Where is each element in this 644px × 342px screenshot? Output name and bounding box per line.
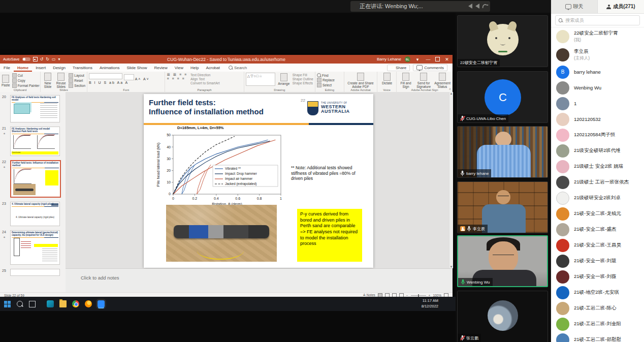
ribbon-tab-help[interactable]: Help <box>187 64 202 72</box>
video-tile[interactable]: 22硕安全二班郁宁霄 <box>457 15 548 67</box>
video-tile[interactable]: 李立辰 <box>457 181 548 233</box>
thumb-preview[interactable] <box>10 269 60 276</box>
slide-thumbnail-20[interactable]: 20FE Analyses of field tests Hardening s… <box>10 95 61 122</box>
video-tile[interactable]: Wenbing Wu <box>457 235 548 287</box>
member-row[interactable]: 21级安全硕研2班代维 <box>551 143 644 159</box>
font-grow-shrink-icons[interactable]: A˄ A˅ <box>135 77 150 81</box>
member-row[interactable]: 21级硕士 安全2班 姚瑞 <box>551 159 644 174</box>
notes-pane[interactable]: Click to add notes <box>66 268 453 293</box>
restore-button[interactable] <box>435 57 440 61</box>
account-name[interactable]: Barry Lehane <box>377 57 401 61</box>
ribbon-display-icon[interactable]: ▾ <box>414 57 421 62</box>
ribbon-tab-file[interactable]: File <box>0 64 14 72</box>
scroll-up-icon[interactable]: ▲ <box>450 92 453 95</box>
ribbon-tab-acrobat[interactable]: Acrobat <box>202 64 223 72</box>
slide-thumbnail-21[interactable]: 21✶FE Analyses: Hardening soil model She… <box>10 127 61 156</box>
minimize-button[interactable]: — <box>425 57 432 62</box>
font-name-select[interactable] <box>89 73 122 79</box>
shape-fill-button[interactable]: Shape Fill <box>293 73 313 77</box>
agreement-status-button[interactable]: Agreement Status <box>434 73 451 88</box>
account-avatar[interactable]: BL <box>405 56 410 62</box>
tab-chat[interactable]: 聊天 <box>551 0 598 13</box>
section-button[interactable]: Section <box>69 83 85 88</box>
send-signature-button[interactable]: Send for Signature <box>415 73 432 88</box>
shape-outline-button[interactable]: Shape Outline <box>293 77 313 81</box>
text-direction-button[interactable]: Text Direction <box>190 73 219 77</box>
member-row[interactable]: 1202120532 <box>551 111 644 127</box>
ribbon-tab-transitions[interactable]: Transitions <box>69 64 96 72</box>
member-row[interactable]: 22硕安全二班郁宁霄(我) <box>551 27 644 46</box>
video-tile[interactable]: 张云鹏 <box>457 291 548 342</box>
chrome-icon[interactable] <box>72 300 79 307</box>
ribbon-tab-animations[interactable]: Animations <box>96 64 123 72</box>
member-row[interactable]: 21级硕士 工岩一班张依杰 <box>551 174 644 190</box>
thumb-preview[interactable]: Further field tests: Influence of instal… <box>10 160 61 198</box>
slide-thumbnail-22[interactable]: 22✶Further field tests: Influence of ins… <box>10 160 61 198</box>
ribbon-tab-review[interactable]: Review <box>150 64 171 72</box>
member-row[interactable]: 21硕-安全二班-王昌昊 <box>551 237 644 253</box>
member-row[interactable]: 21级硕研安全2班刘卓 <box>551 190 644 206</box>
member-list[interactable]: 22硕安全二班郁宁霄(我)李立辰(主持人)Bbarry lehaneWenbin… <box>551 27 644 342</box>
member-row[interactable]: 1202120584周子恒 <box>551 127 644 143</box>
shape-gallery[interactable]: △▽○□☆ <box>246 73 275 86</box>
replace-button[interactable]: Replace <box>317 78 342 82</box>
member-row[interactable]: 21硕-安全一班-刘慧 <box>551 253 644 269</box>
shape-effects-button[interactable]: Shape Effects <box>293 81 313 85</box>
ribbon-tab-home[interactable]: Home <box>14 64 32 72</box>
member-search-box[interactable] <box>555 15 640 25</box>
member-row[interactable]: Wenbing Wu <box>551 80 644 96</box>
collapse-ribbon-icon[interactable]: ˄ <box>449 87 451 91</box>
slide-scrollbar[interactable]: ▲ ▼ <box>449 92 453 268</box>
member-row[interactable]: 21硕-工岩二班-邵慰慰 <box>551 332 644 342</box>
notes-placeholder[interactable]: Click to add notes <box>81 275 453 281</box>
share-button[interactable]: ⇧ Share <box>387 65 410 71</box>
undo-icon[interactable]: ↺ <box>40 57 44 61</box>
member-row[interactable]: 李立辰(主持人) <box>551 46 644 64</box>
member-row[interactable]: 1 <box>551 96 644 111</box>
find-button[interactable]: Find <box>317 73 342 77</box>
ribbon-tab-slide-show[interactable]: Slide Show <box>123 64 150 72</box>
qat-dropdown-icon[interactable]: ▾ <box>58 57 60 61</box>
tab-members[interactable]: 成员(271) <box>598 0 644 13</box>
slideshow-icon[interactable]: ▭ <box>52 57 56 61</box>
taskbar-search-icon[interactable] <box>17 301 23 307</box>
start-button[interactable] <box>4 301 11 307</box>
copy-button[interactable]: Copy <box>12 78 40 83</box>
ribbon-tab-insert[interactable]: Insert <box>32 64 49 72</box>
new-slide-button[interactable]: New Slide <box>42 73 53 88</box>
member-row[interactable]: 21硕-工岩二班-陈心 <box>551 300 644 316</box>
slide-thumbnail-25[interactable]: 25 <box>10 269 61 276</box>
font-size-select[interactable] <box>124 74 134 80</box>
slide-canvas[interactable]: Further field tests: Influence of instal… <box>144 94 373 268</box>
thumb-preview[interactable]: Determining ultimate lateral (geotechnic… <box>10 230 60 265</box>
arrange-button[interactable]: Arrange <box>277 73 291 86</box>
ribbon-tab-view[interactable]: View <box>171 64 187 72</box>
zoom-slider[interactable] <box>411 295 426 296</box>
thumb-preview[interactable]: FE Analyses of field tests Hardening soi… <box>10 95 60 122</box>
video-tile[interactable]: C CUG-UWA-Libo Chen <box>457 71 548 123</box>
member-row[interactable]: 21硕-地空2班-尤安琪 <box>551 285 644 300</box>
ribbon-tab-design[interactable]: Design <box>49 64 69 72</box>
align-icons[interactable]: ≡ ≡ ≡ ≡ <box>167 77 187 80</box>
fill-sign-button[interactable]: Fill and Sign <box>398 73 413 88</box>
align-text-button[interactable]: Align Text <box>190 77 219 81</box>
font-style-buttons[interactable]: B I U S ab Aa A <box>89 81 163 84</box>
member-row[interactable]: 21硕-安全一班-刘薇 <box>551 269 644 285</box>
layout-button[interactable]: Layout <box>69 73 85 78</box>
slide-thumbnail-23[interactable]: 234. Ultimate lateral capacity (rigid pi… <box>10 202 61 226</box>
member-row[interactable]: Bbarry lehane <box>551 64 644 80</box>
create-pdf-button[interactable]: Create and Share Adobe PDF <box>346 73 375 88</box>
list-indent-icons[interactable]: ☰ ☰ ≡ ≡ <box>167 73 187 77</box>
reset-button[interactable]: Reset <box>69 78 85 83</box>
ribbon-search[interactable]: Search <box>229 66 247 70</box>
firefox-icon[interactable] <box>85 300 92 307</box>
thumb-preview[interactable]: 4. Ultimate lateral capacity (rigid pile… <box>10 202 60 226</box>
reuse-slides-button[interactable]: Reuse Slides <box>55 73 67 88</box>
layout-arrow-icon[interactable] <box>475 4 479 9</box>
save-icon[interactable] <box>33 57 38 61</box>
video-tile[interactable]: barry lehane <box>457 126 548 178</box>
smartart-button[interactable]: Convert to SmartArt <box>190 81 219 85</box>
back-arrow-icon[interactable] <box>482 3 489 9</box>
member-search-input[interactable] <box>564 17 636 23</box>
taskbar-app-icon[interactable] <box>47 300 54 307</box>
